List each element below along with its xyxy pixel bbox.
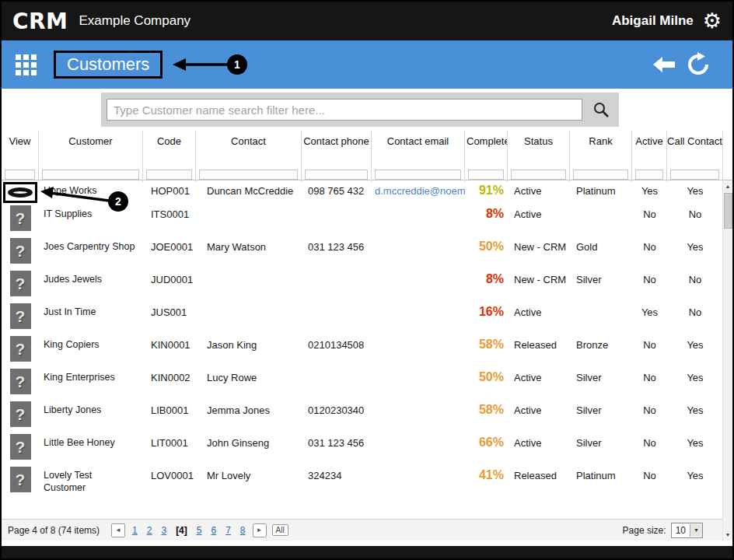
filter-input-code[interactable] <box>146 170 192 180</box>
placeholder-question-icon[interactable] <box>10 401 31 427</box>
page-link-1[interactable]: 1 <box>132 525 138 536</box>
complete-percent-cell: 50% <box>465 367 508 400</box>
placeholder-question-icon[interactable] <box>10 336 31 362</box>
page-link-3[interactable]: 3 <box>161 525 166 536</box>
col-header-view[interactable]: View <box>2 131 39 165</box>
placeholder-question-icon[interactable] <box>10 205 31 231</box>
contact-email-link[interactable] <box>372 204 465 236</box>
user-name[interactable]: Abigail Milne <box>612 13 694 29</box>
contact-email-link[interactable] <box>372 465 465 498</box>
page-link-7[interactable]: 7 <box>225 525 231 536</box>
table-row[interactable]: IT Supplies ITS0001 8% Active No No <box>2 204 732 236</box>
building-icon[interactable] <box>16 54 37 75</box>
placeholder-question-icon[interactable] <box>10 303 31 329</box>
contact-phone-cell: 098 765 432 <box>302 180 372 204</box>
view-icon-cell[interactable] <box>2 334 39 367</box>
all-pages-button[interactable]: All <box>272 524 288 536</box>
table-row[interactable]: King Enterprises KIN0002 Lucy Rowe 50% A… <box>2 367 732 400</box>
table-row[interactable]: King Copiers KIN0001 Jason King 02101345… <box>2 334 732 367</box>
filter-input-contact-phone[interactable] <box>305 170 368 180</box>
view-icon-cell[interactable] <box>2 269 39 302</box>
col-header-customer[interactable]: Customer <box>39 131 143 165</box>
placeholder-question-icon[interactable] <box>10 238 31 264</box>
back-arrow-icon[interactable] <box>652 55 676 74</box>
scroll-down-icon[interactable]: ▼ <box>723 529 733 541</box>
call-contact-cell: Yes <box>667 432 723 465</box>
view-icon-cell[interactable] <box>2 302 39 334</box>
view-icon-cell[interactable] <box>2 432 39 465</box>
placeholder-question-icon[interactable] <box>10 434 31 460</box>
page-title-highlight: Customers <box>54 51 163 79</box>
customer-name-cell: Judes Jewels <box>39 269 143 302</box>
contact-email-link[interactable] <box>372 269 465 302</box>
scroll-up-icon[interactable]: ▲ <box>723 180 733 192</box>
table-row[interactable]: Just In Time JUS001 16% Active Yes No <box>2 302 732 334</box>
col-header-complete[interactable]: Complete <box>465 131 508 165</box>
filter-input-contact-email[interactable] <box>375 170 461 180</box>
col-header-status[interactable]: Status <box>508 131 570 165</box>
next-page-button[interactable]: ► <box>253 523 267 537</box>
contact-email-link[interactable] <box>372 400 465 432</box>
view-icon-cell[interactable] <box>2 465 39 498</box>
contact-email-link[interactable]: d.mccreddie@noem <box>372 180 465 204</box>
customer-search-input[interactable] <box>107 99 582 121</box>
filter-input-active[interactable] <box>635 170 663 180</box>
active-cell: No <box>632 334 667 367</box>
table-row[interactable]: Hope Works HOP001 Duncan McCreddie 098 7… <box>2 180 732 204</box>
search-panel <box>101 93 619 127</box>
view-icon-cell[interactable] <box>2 400 39 432</box>
filter-input-contact[interactable] <box>199 170 298 180</box>
rank-cell: Silver <box>570 432 632 465</box>
table-row[interactable]: Little Bee Honey LIT0001 John Ginseng 03… <box>2 432 732 465</box>
page-link-2[interactable]: 2 <box>147 525 152 536</box>
contact-email-link[interactable] <box>372 236 465 269</box>
customer-logo-icon[interactable] <box>8 187 33 198</box>
col-header-contact[interactable]: Contact <box>196 131 302 165</box>
view-icon-cell[interactable] <box>2 236 39 269</box>
col-header-contact-phone[interactable]: Contact phone <box>302 131 372 165</box>
customer-name-cell: IT Supplies <box>39 204 143 236</box>
col-header-contact-email[interactable]: Contact email <box>372 131 465 165</box>
filter-input-rank[interactable] <box>573 170 628 180</box>
view-icon-cell[interactable] <box>2 367 39 400</box>
page-title: Customers <box>67 54 149 74</box>
prev-page-button[interactable]: ◄ <box>111 523 125 537</box>
view-icon-cell[interactable] <box>2 204 39 236</box>
page-size-select[interactable]: 10 ▼ <box>671 523 703 538</box>
col-header-rank[interactable]: Rank <box>570 131 632 165</box>
customer-table: View Customer Code Contact Contact phone… <box>2 131 732 498</box>
table-row[interactable]: Joes Carpentry Shop JOE0001 Mary Watson … <box>2 236 732 269</box>
col-header-call-contact[interactable]: Call Contact <box>667 131 723 165</box>
placeholder-question-icon[interactable] <box>10 467 31 492</box>
page-link-8[interactable]: 8 <box>240 525 246 536</box>
contact-email-link[interactable] <box>372 432 465 465</box>
page-link-6[interactable]: 6 <box>211 525 216 536</box>
col-header-active[interactable]: Active <box>632 131 667 165</box>
search-icon[interactable] <box>582 100 619 119</box>
table-row[interactable]: Lovely Test Customer LOV0001 Mr Lovely 3… <box>2 465 732 498</box>
table-row[interactable]: Judes Jewels JUD0001 8% New - CRM Silver… <box>2 269 732 302</box>
view-icon-cell[interactable] <box>2 180 39 204</box>
placeholder-question-icon[interactable] <box>10 271 31 296</box>
filter-input-status[interactable] <box>511 170 566 180</box>
active-cell: No <box>632 269 667 302</box>
filter-input-customer[interactable] <box>42 170 139 180</box>
contact-email-link[interactable] <box>372 302 465 334</box>
contact-email-link[interactable] <box>372 367 465 400</box>
col-header-code[interactable]: Code <box>143 131 196 165</box>
settings-gear-icon[interactable]: ⚙ <box>703 11 722 32</box>
vertical-scrollbar[interactable]: ▲ ▼ <box>722 180 732 541</box>
contact-email-link[interactable] <box>372 334 465 367</box>
placeholder-question-icon[interactable] <box>10 369 31 394</box>
filter-input-view[interactable] <box>5 170 35 180</box>
status-cell: Active <box>508 432 570 465</box>
filter-input-complete[interactable] <box>468 170 504 180</box>
filter-input-call-contact[interactable] <box>670 170 719 180</box>
call-contact-cell: Yes <box>667 400 723 432</box>
customer-code-cell: ITS0001 <box>143 204 196 236</box>
table-row[interactable]: Liberty Jones LIB0001 Jemma Jones 012023… <box>2 400 732 432</box>
page-link-5[interactable]: 5 <box>197 525 202 536</box>
scrollbar-thumb[interactable] <box>724 193 732 229</box>
refresh-icon[interactable] <box>686 52 711 77</box>
rank-cell: Silver <box>570 400 632 432</box>
